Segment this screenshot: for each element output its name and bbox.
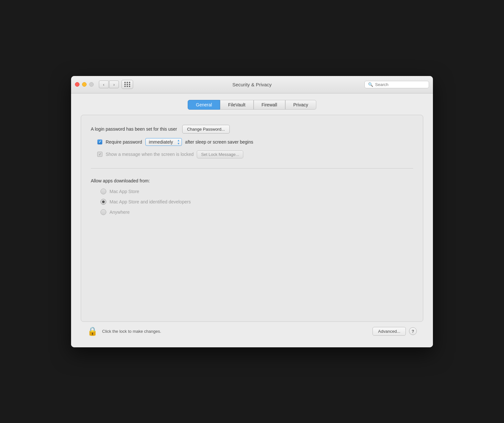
bottom-right: Advanced... ?	[373, 327, 417, 336]
forward-button[interactable]: ›	[109, 81, 119, 88]
grid-icon	[124, 82, 131, 87]
back-icon: ‹	[103, 82, 104, 87]
radio-mac-app-store[interactable]	[100, 189, 106, 194]
apps-section: Allow apps downloaded from: Mac App Stor…	[91, 178, 413, 222]
radio-row-mac-app-store: Mac App Store	[100, 189, 413, 194]
lock-message-checkbox: ✓	[97, 152, 102, 157]
help-button[interactable]: ?	[409, 327, 417, 335]
radio-anywhere[interactable]	[100, 209, 106, 215]
inactive-checkmark-icon: ✓	[99, 152, 101, 157]
tab-bar: General FileVault Firewall Privacy	[81, 100, 423, 110]
after-sleep-label: after sleep or screen saver begins	[185, 139, 253, 145]
password-set-label: A login password has been set for this u…	[91, 126, 177, 132]
password-set-row: A login password has been set for this u…	[91, 125, 413, 134]
lock-message-row: ✓ Show a message when the screen is lock…	[91, 150, 413, 158]
immediately-select[interactable]: immediately 5 minutes 15 minutes 1 hour	[145, 138, 182, 146]
radio-label-identified-developers: Mac App Store and identified developers	[110, 199, 191, 204]
set-lock-message-button: Set Lock Message...	[197, 150, 243, 158]
require-password-row: ✓ Require password immediately 5 minutes…	[91, 138, 413, 146]
require-password-label: Require password	[106, 139, 142, 145]
window-title: Security & Privacy	[232, 82, 272, 87]
search-box[interactable]: 🔍	[364, 81, 429, 88]
close-button[interactable]	[75, 82, 79, 87]
lock-text: Click the lock to make changes.	[102, 329, 161, 334]
tab-general[interactable]: General	[188, 100, 220, 110]
main-panel: A login password has been set for this u…	[81, 115, 423, 322]
radio-row-anywhere: Anywhere	[100, 209, 413, 215]
radio-label-anywhere: Anywhere	[110, 210, 130, 215]
checkmark-icon: ✓	[99, 140, 101, 144]
grid-button[interactable]	[121, 80, 133, 89]
allow-apps-label: Allow apps downloaded from:	[91, 178, 413, 183]
immediately-select-wrapper: immediately 5 minutes 15 minutes 1 hour …	[145, 138, 182, 146]
maximize-button[interactable]	[89, 82, 94, 87]
radio-row-identified-developers: Mac App Store and identified developers	[100, 199, 413, 205]
window: ‹ › Security & Privacy 🔍 General FileVau…	[71, 76, 433, 347]
search-icon: 🔍	[368, 82, 373, 87]
require-password-checkbox[interactable]: ✓	[97, 139, 102, 145]
back-button[interactable]: ‹	[99, 81, 109, 88]
nav-buttons: ‹ ›	[99, 81, 119, 88]
advanced-button[interactable]: Advanced...	[373, 327, 406, 336]
lock-icon[interactable]: 🔒	[87, 326, 98, 336]
tab-privacy[interactable]: Privacy	[285, 100, 316, 110]
tab-firewall[interactable]: Firewall	[254, 100, 285, 110]
radio-group: Mac App Store Mac App Store and identifi…	[91, 189, 413, 215]
forward-icon: ›	[113, 82, 115, 87]
minimize-button[interactable]	[82, 82, 87, 87]
radio-label-mac-app-store: Mac App Store	[110, 189, 139, 194]
titlebar: ‹ › Security & Privacy 🔍	[71, 76, 433, 93]
tab-filevault[interactable]: FileVault	[220, 100, 253, 110]
content-area: General FileVault Firewall Privacy A log…	[71, 93, 433, 347]
lock-message-label: Show a message when the screen is locked	[106, 152, 194, 157]
change-password-button[interactable]: Change Password...	[182, 125, 230, 134]
traffic-lights	[75, 82, 94, 87]
radio-identified-developers[interactable]	[100, 199, 106, 205]
search-input[interactable]	[375, 82, 425, 87]
bottom-bar: 🔒 Click the lock to make changes. Advanc…	[81, 322, 423, 341]
password-section: A login password has been set for this u…	[91, 125, 413, 168]
radio-selected-dot	[102, 201, 105, 203]
